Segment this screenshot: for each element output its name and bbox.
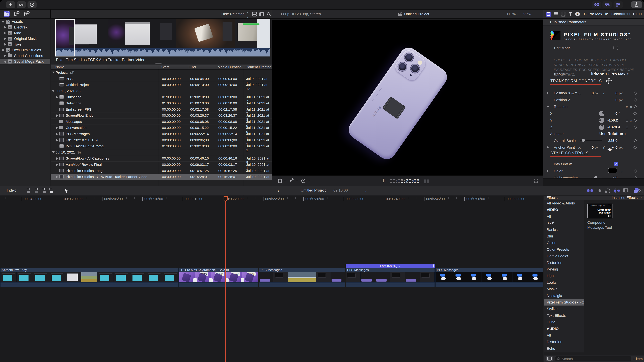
index-button[interactable]: Index (7, 188, 16, 193)
disclosure-triangle[interactable] (2, 49, 4, 52)
list-clip-row[interactable]: End screen PFS00:00:00:0000:02:17:5800:0… (51, 106, 272, 113)
timeline-clip[interactable]: PFS Messages (346, 268, 435, 287)
disclosure-triangle[interactable] (4, 61, 7, 63)
enhance-tool-icon[interactable] (289, 178, 294, 183)
keyframe-diamond-icon[interactable] (634, 169, 637, 173)
disclosure-triangle[interactable] (547, 146, 549, 149)
sidebar-item-electrek[interactable]: ★Electrek (0, 24, 50, 30)
video-inspector-icon[interactable] (546, 11, 552, 16)
swatch-chevron-icon[interactable]: ⌄ (620, 169, 623, 173)
retime-speed-banner[interactable]: Fast (588%) ⌄ (346, 264, 435, 268)
effects-category-all-video-audio[interactable]: All Video & Audio (544, 200, 584, 206)
rotation-dial[interactable] (599, 111, 604, 116)
list-clip-row[interactable]: Conversation00:00:00:0000:00:15:2200:00:… (51, 125, 272, 131)
effects-category-all[interactable]: All (544, 332, 584, 339)
effect-item-thumbnail[interactable]: FCPX Social Mega Pack Compound Messages (587, 204, 612, 218)
pause-icon[interactable]: ‖ (383, 178, 385, 184)
effects-category-comic-looks[interactable]: Comic Looks (544, 253, 584, 259)
list-clip-row[interactable]: Subscribe01:00:00:0001:00:10:0000:00:10:… (51, 100, 272, 106)
parameter-value[interactable]: -1370.4 (608, 125, 618, 129)
overwrite-tool-icon[interactable] (50, 188, 54, 193)
list-clip-row[interactable]: Messages00:00:00:0000:00:08:0800:00:08:0… (51, 119, 272, 125)
effects-category-360-[interactable]: 360° (544, 220, 584, 226)
list-clip-row[interactable]: Pixel Film Studios FCPX Auto Tracker Par… (51, 174, 272, 180)
keyframe-diamond-icon[interactable] (634, 91, 637, 95)
append-tool-icon[interactable] (42, 188, 47, 193)
photos-audio-browser-icon[interactable] (638, 188, 643, 193)
disclosure-triangle[interactable] (4, 43, 6, 46)
effects-category-distortion[interactable]: Distortion (544, 259, 584, 266)
disclosure-triangle[interactable] (547, 170, 549, 172)
list-clip-row[interactable]: IMG_DA93FE4CAC52-101:00:00:0001:00:10:00… (51, 143, 272, 149)
text-inspector-icon[interactable] (554, 12, 558, 16)
list-clip-row[interactable]: Untitled Project00:00:00:0000:09:10:0000… (51, 82, 272, 88)
background-tasks-button[interactable] (28, 1, 36, 8)
clip-skimming-icon[interactable] (587, 188, 593, 193)
insert-tool-icon[interactable] (34, 188, 40, 193)
parameter-value[interactable]: -159.2 (608, 118, 618, 122)
effects-category-stylize[interactable]: Stylize (544, 306, 584, 312)
list-clip-row[interactable]: ScreenFlow Endy00:00:00:0000:03:26:3700:… (51, 112, 272, 119)
effects-category-text-effects[interactable]: Text Effects (544, 312, 584, 319)
effects-category-audio[interactable]: AUDIO (544, 326, 584, 332)
x-field-value[interactable]: 0 (584, 145, 594, 150)
parameter-value[interactable]: 0 (608, 111, 618, 116)
effects-category-color-presets[interactable]: Color Presets (544, 246, 584, 253)
film-overlay-icon[interactable] (623, 188, 628, 193)
effects-category-pixel-film-studios-fcpx-[interactable]: Pixel Film Studios - FCPX... (544, 299, 584, 306)
disclosure-triangle[interactable] (56, 157, 58, 160)
rotation-dial[interactable] (599, 118, 604, 123)
tab-library-clips[interactable] (4, 11, 10, 16)
list-clip-row[interactable]: PFS00:00:00:0000:00:04:0000:00:04:00Jul … (51, 76, 272, 82)
effects-category-keying[interactable]: Keying (544, 266, 584, 273)
disclosure-triangle[interactable] (52, 151, 55, 153)
effects-category-looks[interactable]: Looks (544, 279, 584, 286)
disclosure-triangle[interactable] (4, 37, 6, 40)
disclosure-triangle[interactable] (547, 92, 549, 94)
show-browser-button[interactable] (592, 1, 601, 8)
parameter-value[interactable]: 225.0 (608, 139, 618, 143)
sidebar-item-assets[interactable]: ★★★★Assets (0, 19, 50, 24)
filter-dropdown[interactable]: Hide Rejected (221, 12, 244, 16)
timeline-ruler[interactable]: 00:04:55:0000:05:00:0000:05:05:0000:05:1… (0, 196, 544, 204)
snapping-icon[interactable] (614, 188, 620, 193)
keyframe-diamond-icon[interactable] (634, 139, 637, 142)
show-timeline-button[interactable] (602, 1, 612, 8)
effects-category-blur[interactable]: Blur (544, 233, 584, 240)
viewer-project-title[interactable]: Untitled Project (404, 12, 429, 16)
edit-mode-checkbox[interactable] (614, 45, 618, 50)
disclosure-triangle[interactable] (2, 21, 4, 23)
color-swatch[interactable] (608, 168, 617, 173)
disclosure-triangle[interactable] (4, 26, 6, 29)
audio-skimming-icon[interactable] (596, 188, 602, 193)
column-media-duration[interactable]: Media Duration (218, 65, 242, 69)
sidebar-item-mac[interactable]: ★Mac (0, 30, 50, 36)
timeline-project-dropdown[interactable]: Untitled Project ⌄ (301, 188, 329, 193)
column-content-created[interactable]: Content Created (246, 65, 271, 69)
effects-category-video[interactable]: VIDEO (544, 206, 584, 213)
disclosure-triangle[interactable] (56, 176, 58, 178)
previous-project-arrow[interactable]: ‹ (278, 188, 279, 193)
filmstrip-view-icon[interactable] (259, 12, 264, 16)
sidebar-item-toys[interactable]: ★Toys (0, 41, 50, 47)
parameter-slider[interactable] (580, 140, 602, 141)
parameter-value[interactable]: 0 (608, 98, 618, 102)
crop-tool-icon[interactable] (278, 178, 282, 183)
list-clip-row[interactable]: VamMoof Review Final00:00:00;0000:09:03;… (51, 162, 272, 168)
browser-resize-handle[interactable] (156, 63, 162, 64)
effects-category-masks[interactable]: Masks (544, 286, 584, 292)
disclosure-triangle[interactable] (547, 106, 550, 108)
column-start[interactable]: Start (161, 65, 169, 69)
x-field-value[interactable]: 0 (584, 91, 594, 95)
animate-popup[interactable]: Use Rotation ⇕ (600, 132, 627, 136)
keyframe-diamond-icon[interactable] (634, 105, 637, 108)
disclosure-triangle[interactable] (4, 32, 6, 34)
disclosure-triangle[interactable] (52, 71, 55, 73)
effects-category-all[interactable]: All (544, 213, 584, 220)
clip-appearance-icon[interactable] (252, 12, 257, 16)
keyword-editor-button[interactable] (17, 1, 26, 8)
retime-tool-icon[interactable] (301, 178, 306, 183)
fullscreen-icon[interactable] (534, 178, 538, 183)
rotation-dial[interactable] (599, 124, 604, 130)
effects-category-color[interactable]: Color (544, 240, 584, 246)
